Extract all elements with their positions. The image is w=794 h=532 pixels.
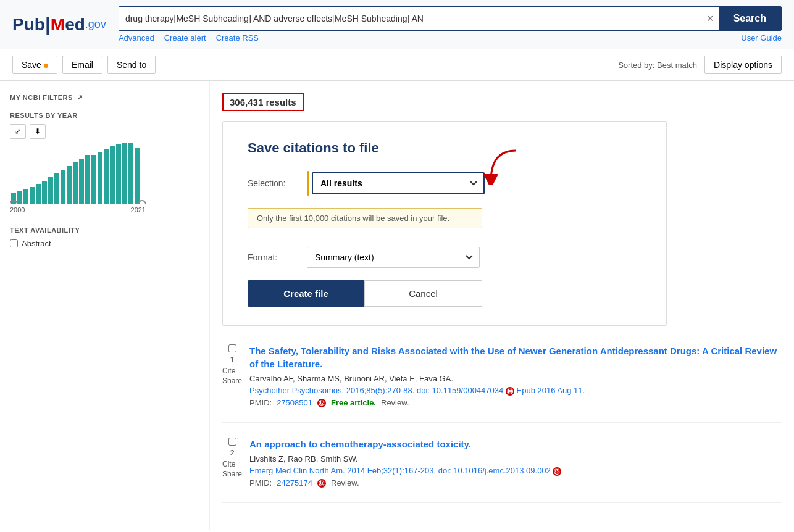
chart-year-end: 2021 bbox=[131, 206, 146, 214]
logo-gov: .gov bbox=[85, 18, 106, 31]
pmid-icon-2[interactable]: Ⓑ bbox=[317, 479, 326, 488]
send-to-button[interactable]: Send to bbox=[107, 56, 156, 74]
create-rss-link[interactable]: Create RSS bbox=[216, 33, 259, 43]
result-journal-text-1: Psychother Psychosomos. 2016;85(5):270-8… bbox=[249, 386, 503, 395]
selection-label: Selection: bbox=[248, 178, 297, 188]
selection-indicator bbox=[307, 171, 309, 196]
main-content: MY NCBI FILTERS ↗ RESULTS BY YEAR ⤢ ⬇ bbox=[0, 81, 794, 530]
result-pmid-row-2: PMID: 24275174 Ⓑ Review. bbox=[249, 478, 782, 488]
cite-action-1[interactable]: Cite bbox=[222, 367, 242, 375]
arrow-container: All results Selected results (0) bbox=[312, 172, 485, 194]
result-checkbox-1[interactable] bbox=[228, 344, 236, 352]
doi-icon-1[interactable]: Ⓑ bbox=[506, 387, 514, 396]
warning-box: Only the first 10,000 citations will be … bbox=[248, 208, 482, 228]
results-count-wrapper: 306,431 results bbox=[222, 93, 782, 111]
svg-rect-3 bbox=[30, 187, 35, 204]
svg-rect-13 bbox=[91, 155, 96, 204]
results-by-year-label: RESULTS BY YEAR bbox=[10, 112, 199, 119]
svg-rect-6 bbox=[48, 177, 53, 204]
email-button[interactable]: Email bbox=[62, 56, 102, 74]
result-item: 1 Cite Share The Safety, Tolerability an… bbox=[222, 344, 782, 423]
svg-rect-8 bbox=[61, 170, 65, 204]
result-actions-2: Cite Share bbox=[222, 460, 242, 478]
selection-row: Selection: All results Selected results … bbox=[248, 171, 641, 196]
result-journal-text-2: Emerg Med Clin North Am. 2014 Feb;32(1):… bbox=[249, 466, 551, 475]
cite-action-2[interactable]: Cite bbox=[222, 460, 242, 468]
save-panel-form: Selection: All results Selected results … bbox=[248, 171, 641, 307]
create-alert-link[interactable]: Create alert bbox=[164, 33, 206, 43]
display-options-button[interactable]: Display options bbox=[704, 56, 782, 74]
logo-pub: Pub bbox=[12, 15, 45, 35]
search-bar-wrapper: × Search Advanced Create alert Create RS… bbox=[119, 6, 782, 43]
format-row: Format: Summary (text) PubMed PMID list … bbox=[248, 247, 641, 268]
pmid-icon-1[interactable]: Ⓑ bbox=[317, 399, 326, 407]
chart-year-start: 2000 bbox=[10, 206, 25, 214]
sort-label: Sorted by: Best match bbox=[618, 60, 697, 70]
result-pmid-row-1: PMID: 27508501 Ⓑ Free article. Review. bbox=[249, 398, 782, 407]
logo-ed: ed bbox=[65, 15, 85, 35]
result-checkbox-col-2: 2 Cite Share bbox=[222, 438, 242, 488]
chart-toolbar: ⤢ ⬇ bbox=[10, 124, 199, 139]
my-ncbi-text: MY NCBI FILTERS bbox=[10, 94, 73, 101]
result-num-2: 2 bbox=[230, 448, 234, 457]
pubmed-logo[interactable]: Pub|Med.gov bbox=[12, 13, 106, 36]
results-by-year-chart bbox=[10, 143, 146, 204]
pmid-label-2: PMID: bbox=[249, 478, 272, 488]
create-file-button[interactable]: Create file bbox=[248, 280, 364, 307]
chart-expand-button[interactable]: ⤢ bbox=[10, 124, 26, 139]
chart-area: 2000 2021 bbox=[10, 143, 199, 217]
result-body-2: An approach to chemotherapy-associated t… bbox=[249, 438, 782, 488]
search-input[interactable] bbox=[119, 9, 702, 28]
doi-icon-2[interactable]: Ⓑ bbox=[553, 467, 561, 476]
svg-rect-17 bbox=[116, 144, 121, 204]
share-action-1[interactable]: Share bbox=[222, 376, 242, 385]
share-action-2[interactable]: Share bbox=[222, 470, 242, 478]
cancel-button[interactable]: Cancel bbox=[364, 280, 482, 307]
pmid-link-2[interactable]: 24275174 bbox=[277, 478, 312, 488]
result-body-1: The Safety, Tolerability and Risks Assoc… bbox=[249, 344, 782, 407]
sidebar: MY NCBI FILTERS ↗ RESULTS BY YEAR ⤢ ⬇ bbox=[0, 81, 210, 530]
search-clear-button[interactable]: × bbox=[702, 12, 719, 25]
chart-labels: 2000 2021 bbox=[10, 206, 146, 214]
format-select[interactable]: Summary (text) PubMed PMID list Abstract… bbox=[307, 247, 480, 268]
search-input-row: × Search bbox=[119, 6, 782, 31]
review-tag-2: Review. bbox=[331, 478, 359, 488]
results-count-box: 306,431 results bbox=[222, 93, 304, 111]
save-panel-title: Save citations to file bbox=[248, 140, 641, 156]
svg-rect-18 bbox=[122, 143, 127, 204]
my-ncbi-filters-label: MY NCBI FILTERS ↗ bbox=[10, 93, 199, 102]
svg-rect-20 bbox=[135, 148, 140, 204]
result-title-2[interactable]: An approach to chemotherapy-associated t… bbox=[249, 438, 782, 451]
svg-rect-9 bbox=[67, 166, 72, 204]
result-epub-1: Epub 2016 Aug 11. bbox=[517, 386, 585, 395]
result-title-1[interactable]: The Safety, Tolerability and Risks Assoc… bbox=[249, 344, 782, 370]
external-link-icon[interactable]: ↗ bbox=[77, 93, 83, 102]
text-availability-label: TEXT AVAILABILITY bbox=[10, 227, 199, 234]
svg-rect-19 bbox=[128, 143, 133, 204]
user-guide-link[interactable]: User Guide bbox=[741, 33, 782, 43]
review-tag-1: Review. bbox=[381, 398, 409, 407]
result-authors-2: Livshits Z, Rao RB, Smith SW. bbox=[249, 454, 782, 463]
free-article-badge-1: Free article. bbox=[331, 398, 376, 407]
search-links: Advanced Create alert Create RSS User Gu… bbox=[119, 33, 782, 43]
abstract-checkbox[interactable] bbox=[10, 239, 18, 247]
pmid-label-1: PMID: bbox=[249, 398, 272, 407]
format-label: Format: bbox=[248, 252, 297, 262]
header: Pub|Med.gov × Search Advanced Create ale… bbox=[0, 0, 794, 49]
save-button[interactable]: Save bbox=[12, 56, 57, 74]
form-actions: Create file Cancel bbox=[248, 280, 482, 307]
svg-rect-14 bbox=[98, 152, 102, 204]
advanced-link[interactable]: Advanced bbox=[119, 33, 154, 43]
results-area: 306,431 results Save citations to file S… bbox=[210, 81, 794, 530]
result-checkbox-2[interactable] bbox=[228, 438, 236, 446]
selection-select[interactable]: All results Selected results (0) bbox=[312, 172, 485, 194]
search-button[interactable]: Search bbox=[719, 7, 781, 30]
svg-rect-5 bbox=[42, 181, 47, 204]
result-num-1: 1 bbox=[230, 355, 234, 364]
selection-input-wrapper: All results Selected results (0) bbox=[307, 171, 485, 196]
chart-download-button[interactable]: ⬇ bbox=[30, 124, 46, 139]
result-journal-1: Psychother Psychosomos. 2016;85(5):270-8… bbox=[249, 386, 782, 396]
result-authors-1: Carvalho AF, Sharma MS, Brunoni AR, Viet… bbox=[249, 374, 782, 383]
pmid-link-1[interactable]: 27508501 bbox=[277, 398, 312, 407]
save-label: Save bbox=[22, 60, 41, 70]
